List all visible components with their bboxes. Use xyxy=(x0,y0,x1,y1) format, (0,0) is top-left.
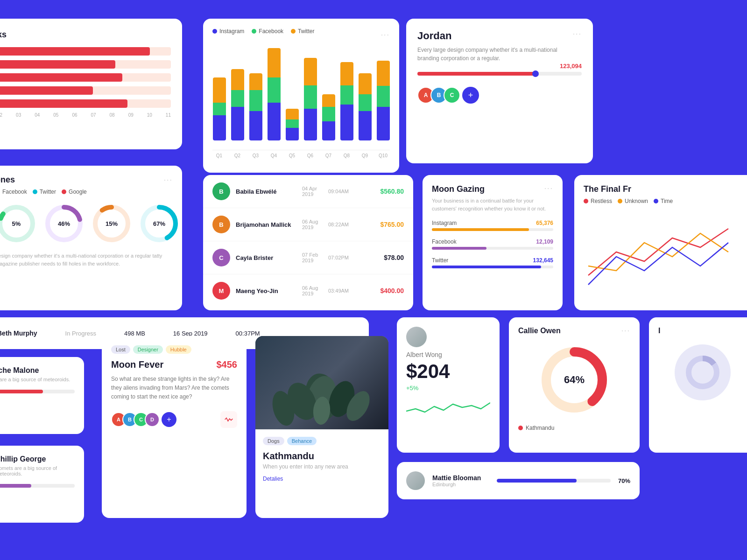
bar-bg-2 xyxy=(0,73,171,82)
tx-date-1: 06 Aug 2019 xyxy=(302,219,323,230)
donuts-more-button[interactable]: ··· xyxy=(164,176,173,184)
q-label: Q4 xyxy=(267,153,281,158)
donuts-legend-label: Twitter xyxy=(40,189,56,195)
kathmandu-content: Dogs Behance Kathmandu When you enter in… xyxy=(255,429,388,518)
final-chart-svg xyxy=(584,210,747,294)
seg-facebook xyxy=(359,94,372,111)
moon-fever-amount: $456 xyxy=(217,359,238,370)
stacked-bar-group-4 xyxy=(285,109,299,140)
donut-2: 15% xyxy=(91,203,133,245)
final-legend-label: Restless xyxy=(591,198,612,204)
tx-avatar-3: M xyxy=(212,282,230,300)
donuts-legend-dot xyxy=(62,189,66,194)
bar-fill-1 xyxy=(0,60,115,69)
final-legend-item: Restless xyxy=(584,198,612,204)
seg-instagram xyxy=(268,103,281,140)
legend-dot xyxy=(291,29,296,34)
q-label: Q5 xyxy=(285,153,299,158)
stacked-bar-group-8 xyxy=(358,73,372,140)
mf-add-button[interactable]: + xyxy=(162,412,176,427)
albert-sparkline xyxy=(406,397,490,416)
seg-facebook xyxy=(340,85,353,105)
transaction-row-0: B Babila Ebwélé 04 Apr 2019 09:04AM $560… xyxy=(203,175,413,208)
bar-row-1 xyxy=(0,60,171,69)
final-chart-title: The Final Fr xyxy=(584,184,631,194)
moon-fever-avatars: A B C D + xyxy=(111,412,176,427)
kathmandu-card: Dogs Behance Kathmandu When you enter in… xyxy=(255,336,388,518)
callie-legend: Kathmandu xyxy=(518,425,630,431)
jordan-more-button[interactable]: ··· xyxy=(573,30,582,38)
donuts-row: 5% 46% 15% 67% xyxy=(0,203,173,245)
seg-facebook xyxy=(304,85,317,109)
tx-time-3: 03:49AM xyxy=(328,288,361,294)
moon-more-button[interactable]: ··· xyxy=(544,184,553,194)
seg-twitter xyxy=(286,109,299,119)
phillip-desc: Comets are a big source of meteoroids. xyxy=(0,465,75,476)
tag-designer: Designer xyxy=(133,345,163,354)
jordan-progress: 123,094 xyxy=(417,72,582,76)
kathmandu-link[interactable]: Detalies xyxy=(263,476,381,482)
stacked-bar-group-7 xyxy=(340,62,353,140)
activity-icon[interactable] xyxy=(220,411,237,428)
bar-bg-0 xyxy=(0,47,171,56)
seg-facebook xyxy=(377,86,390,107)
albert-wong-card: Albert Wong $204 +5% xyxy=(397,317,500,453)
q-label: Q7 xyxy=(322,153,335,158)
moon-fever-title: Moon Fever xyxy=(111,359,163,370)
rache-name: rche Malone xyxy=(0,366,75,375)
callie-donut: 64% xyxy=(537,343,612,417)
more-options-button[interactable]: ··· xyxy=(381,31,390,39)
last-card-circle xyxy=(675,344,731,400)
seg-facebook xyxy=(268,77,281,103)
legend-label: Instagram xyxy=(219,28,244,35)
final-legend-label: Unknown xyxy=(625,198,648,204)
stacked-bar-group-1 xyxy=(231,69,244,140)
transactions-card: B Babila Ebwélé 04 Apr 2019 09:04AM $560… xyxy=(203,175,413,310)
seg-twitter xyxy=(322,94,335,107)
callie-name: Callie Owen xyxy=(518,327,561,335)
bars-container xyxy=(0,47,171,108)
seg-facebook xyxy=(286,119,299,128)
moon-bar-fill xyxy=(432,228,529,231)
tx-avatar-0: B xyxy=(212,182,230,200)
bar-chart-card: ks 0203 0405 0607 0809 1011 xyxy=(0,19,182,149)
q-label: Q6 xyxy=(303,153,317,158)
moon-bar-fill xyxy=(432,247,486,250)
donuts-legend-dot xyxy=(33,189,37,194)
donut-3: 67% xyxy=(138,203,180,245)
stacked-bar-group-9 xyxy=(376,61,390,140)
donuts-legend-item: Google xyxy=(62,189,87,195)
legend-dot xyxy=(212,29,217,34)
bar-fill-4 xyxy=(0,99,127,108)
albert-avatar xyxy=(406,327,427,347)
bar-fill-2 xyxy=(0,73,122,82)
tx-name-3: Maeng Yeo-Jin xyxy=(236,287,296,294)
jordan-value: 123,094 xyxy=(560,63,582,70)
legend-item-facebook: Facebook xyxy=(252,28,283,35)
bar-bg-4 xyxy=(0,99,171,108)
moon-fever-tags: Lost Designer Hubble xyxy=(111,345,237,354)
jordan-progress-thumb[interactable] xyxy=(532,70,539,77)
donuts-legend-label: Google xyxy=(69,189,87,195)
last-circle-svg xyxy=(684,354,721,391)
transaction-row-1: B Brijamohan Mallick 06 Aug 2019 08:22AM… xyxy=(203,208,413,241)
stacked-bar-group-2 xyxy=(249,73,262,140)
bar-bg-1 xyxy=(0,60,171,69)
stacked-bar-wrap xyxy=(268,48,281,140)
tx-amount-1: $765.00 xyxy=(366,221,404,228)
phillip-george-card: Phillip George Comets are a big source o… xyxy=(0,446,84,523)
seg-instagram xyxy=(286,128,299,140)
seg-facebook xyxy=(213,103,226,115)
add-avatar-button[interactable]: + xyxy=(462,87,479,104)
final-legend-dot xyxy=(654,199,658,203)
jordan-card: Jordan Every large design company whethe… xyxy=(406,19,593,163)
mattie-progress xyxy=(497,479,611,483)
stacked-bar-wrap xyxy=(340,62,353,140)
mattie-progress-bar xyxy=(497,479,611,483)
mattie-info: Mattie Blooman Edinburgh xyxy=(432,474,489,487)
donut-label-2: 15% xyxy=(106,220,118,227)
callie-more-button[interactable]: ··· xyxy=(621,327,630,335)
seg-instagram xyxy=(322,121,335,140)
donut-label-0: 5% xyxy=(12,220,21,227)
legend-label: Twitter xyxy=(298,28,314,35)
